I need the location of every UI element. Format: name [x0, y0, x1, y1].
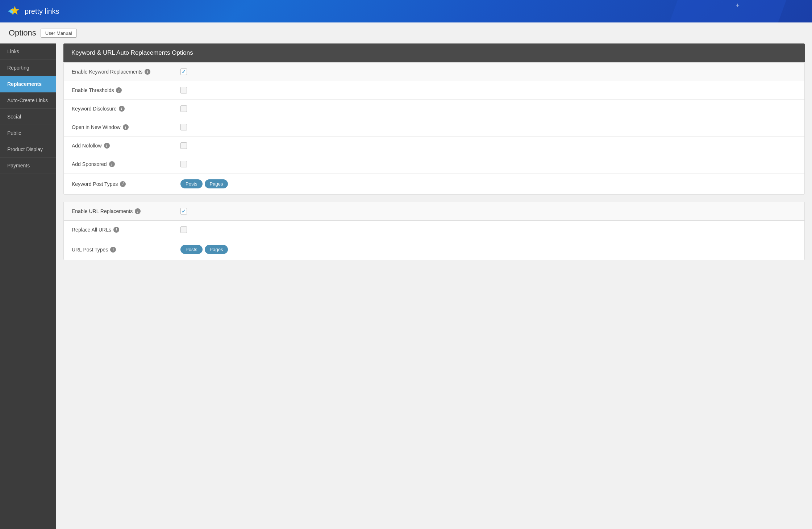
- url-options-card: Enable URL Replacements i ✓ Replace All …: [63, 202, 805, 260]
- add-sponsored-label: Add Sponsored i: [72, 161, 180, 167]
- sidebar-item-links[interactable]: Links: [0, 43, 56, 60]
- add-sponsored-row: Add Sponsored i: [64, 155, 804, 174]
- sidebar-item-product-display[interactable]: Product Display: [0, 141, 56, 158]
- sidebar-item-payments[interactable]: Payments: [0, 158, 56, 174]
- url-post-types-label: URL Post Types i: [72, 247, 180, 253]
- sidebar: Links Reporting Replacements Auto-Create…: [0, 43, 56, 529]
- open-in-new-window-label: Open in New Window i: [72, 124, 180, 130]
- sidebar-item-replacements[interactable]: Replacements: [0, 76, 56, 92]
- replace-all-urls-row: Replace All URLs i: [64, 221, 804, 239]
- keyword-disclosure-checkbox[interactable]: [180, 105, 187, 112]
- add-nofollow-row: Add Nofollow i: [64, 137, 804, 155]
- enable-url-replacements-info-icon[interactable]: i: [135, 208, 141, 214]
- keyword-disclosure-row: Keyword Disclosure i: [64, 100, 804, 118]
- enable-url-replacements-label: Enable URL Replacements i: [72, 208, 180, 214]
- enable-thresholds-row: Enable Thresholds i: [64, 81, 804, 100]
- enable-url-replacements-row: Enable URL Replacements i ✓: [64, 202, 804, 221]
- url-checkmark-icon: ✓: [182, 208, 186, 214]
- add-nofollow-checkbox[interactable]: [180, 142, 187, 149]
- main-panel: Keyword & URL Auto Replacements Options …: [56, 43, 812, 529]
- keyword-disclosure-label: Keyword Disclosure i: [72, 106, 180, 112]
- open-in-new-window-checkbox[interactable]: [180, 124, 187, 130]
- logo-text: pretty links: [25, 7, 59, 16]
- keyword-post-types-pages-tag[interactable]: Pages: [205, 179, 228, 188]
- url-post-types-row: URL Post Types i Posts Pages: [64, 239, 804, 260]
- url-post-types-pages-tag[interactable]: Pages: [205, 245, 228, 254]
- replace-all-urls-control: [180, 226, 796, 233]
- replace-all-urls-info-icon[interactable]: i: [113, 227, 119, 233]
- enable-thresholds-info-icon[interactable]: i: [116, 87, 122, 93]
- sidebar-item-auto-create-links[interactable]: Auto-Create Links: [0, 92, 56, 109]
- enable-url-replacements-checkbox[interactable]: ✓: [180, 208, 187, 214]
- keyword-disclosure-control: [180, 105, 796, 112]
- enable-keyword-replacements-row: Enable Keyword Replacements i ✓: [64, 63, 804, 81]
- keyword-options-card: Enable Keyword Replacements i ✓ Enable T…: [63, 62, 805, 195]
- open-in-new-window-row: Open in New Window i: [64, 118, 804, 137]
- replace-all-urls-checkbox[interactable]: [180, 226, 187, 233]
- header: pretty links: [0, 0, 812, 22]
- sidebar-item-reporting[interactable]: Reporting: [0, 60, 56, 76]
- enable-thresholds-checkbox[interactable]: [180, 87, 187, 93]
- open-in-new-window-control: [180, 124, 796, 130]
- sidebar-item-social[interactable]: Social: [0, 109, 56, 125]
- logo-icon: [7, 4, 21, 18]
- add-nofollow-control: [180, 142, 796, 149]
- keyword-post-types-posts-tag[interactable]: Posts: [180, 179, 203, 188]
- sidebar-item-public[interactable]: Public: [0, 125, 56, 141]
- keyword-post-types-row: Keyword Post Types i Posts Pages: [64, 174, 804, 194]
- add-nofollow-info-icon[interactable]: i: [104, 143, 110, 149]
- content-area: Links Reporting Replacements Auto-Create…: [0, 43, 812, 529]
- add-sponsored-info-icon[interactable]: i: [109, 161, 115, 167]
- keyword-disclosure-info-icon[interactable]: i: [119, 106, 125, 112]
- page-wrapper: Options User Manual Links Reporting Repl…: [0, 22, 812, 529]
- page-title: Options: [9, 28, 36, 38]
- replace-all-urls-label: Replace All URLs i: [72, 227, 180, 233]
- add-nofollow-label: Add Nofollow i: [72, 143, 180, 149]
- enable-keyword-replacements-info-icon[interactable]: i: [145, 69, 150, 75]
- url-post-types-posts-tag[interactable]: Posts: [180, 245, 203, 254]
- section-header: Keyword & URL Auto Replacements Options: [63, 43, 805, 62]
- enable-keyword-replacements-control: ✓: [180, 68, 796, 75]
- checkmark-icon: ✓: [182, 69, 186, 75]
- url-post-types-info-icon[interactable]: i: [110, 247, 116, 253]
- user-manual-button[interactable]: User Manual: [41, 29, 77, 38]
- logo-area: pretty links: [7, 4, 59, 18]
- keyword-post-types-control: Posts Pages: [180, 179, 796, 188]
- page-title-area: Options User Manual: [0, 22, 812, 43]
- enable-url-replacements-control: ✓: [180, 208, 796, 214]
- url-post-types-control: Posts Pages: [180, 245, 796, 254]
- keyword-post-types-info-icon[interactable]: i: [120, 181, 126, 187]
- open-in-new-window-info-icon[interactable]: i: [123, 124, 129, 130]
- enable-keyword-replacements-label: Enable Keyword Replacements i: [72, 69, 180, 75]
- enable-thresholds-label: Enable Thresholds i: [72, 87, 180, 93]
- enable-keyword-replacements-checkbox[interactable]: ✓: [180, 68, 187, 75]
- enable-thresholds-control: [180, 87, 796, 93]
- keyword-post-types-label: Keyword Post Types i: [72, 181, 180, 187]
- add-sponsored-control: [180, 161, 796, 167]
- add-sponsored-checkbox[interactable]: [180, 161, 187, 167]
